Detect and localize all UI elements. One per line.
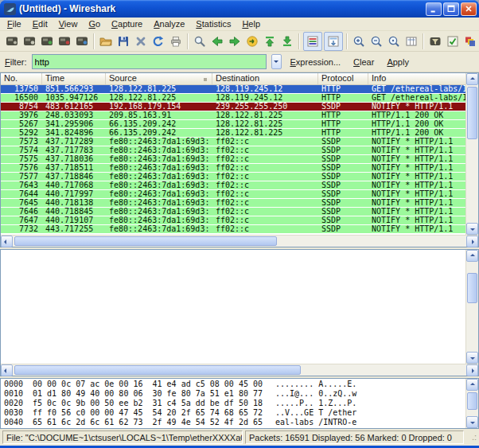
capture-restart-button[interactable] — [73, 33, 91, 50]
find-button[interactable] — [191, 33, 208, 50]
packet-row[interactable]: 8754 483.612165 192.168.179.154 239.255.… — [1, 103, 465, 111]
clear-button[interactable]: Clear — [349, 56, 378, 68]
filter-input[interactable] — [32, 54, 267, 69]
scroll-down-arrow-icon[interactable] — [466, 223, 478, 235]
packet-row[interactable]: 7577 437.718846 fe80::2463:7da1:69d3: ff… — [1, 173, 465, 181]
detail-row[interactable]: +Internet Protocol, Src: 128.122.81.225 … — [1, 271, 465, 282]
packet-row[interactable]: 7645 440.718138 fe80::2463:7da1:69d3: ff… — [1, 199, 465, 208]
column-header[interactable]: Destination — [212, 73, 318, 84]
column-header[interactable]: No. — [1, 73, 42, 84]
detail-row[interactable]: +GET /ethereal-labs/INTRO-ethereal-file1… — [1, 302, 465, 313]
zoom-out-button[interactable] — [368, 33, 385, 50]
detail-row[interactable]: +Frame 13750 (479 bytes on wire, 479 byt… — [1, 251, 465, 261]
detail-row[interactable]: Host: gaia.cs.umass.edu\r\n — [1, 354, 465, 364]
column-header[interactable]: Source — [106, 73, 212, 84]
scroll-down-arrow-icon[interactable] — [466, 352, 478, 364]
detail-row[interactable]: Accept-Language: en-us\r\n — [1, 323, 465, 333]
column-header[interactable]: Time — [42, 73, 106, 84]
scroll-left-arrow-icon[interactable] — [1, 236, 13, 247]
column-header[interactable]: Info — [368, 73, 465, 84]
close-file-button[interactable] — [132, 33, 150, 50]
packet-row[interactable]: 7732 443.717255 fe80::2463:7da1:69d3: ff… — [1, 225, 465, 234]
detail-row[interactable]: -Hypertext Transfer Protocol — [1, 292, 465, 302]
menu-item[interactable]: Analyze — [148, 18, 190, 30]
scroll-left-arrow-icon[interactable] — [1, 364, 13, 376]
reload-button[interactable] — [150, 33, 167, 50]
packet-row[interactable]: 7643 440.717068 fe80::2463:7da1:69d3: ff… — [1, 181, 465, 190]
menu-item[interactable]: Capture — [106, 18, 148, 30]
save-button[interactable] — [115, 33, 132, 50]
hex-row[interactable]: 0030 ff f0 56 c0 00 00 47 45 54 20 2f 65… — [4, 408, 465, 418]
packet-row[interactable]: 7573 437.717289 fe80::2463:7da1:69d3: ff… — [1, 138, 465, 146]
hex-vscrollbar[interactable] — [465, 379, 478, 428]
go-back-button[interactable] — [208, 33, 226, 50]
scroll-right-arrow-icon[interactable] — [466, 236, 478, 247]
packet-row[interactable]: 16500 1035.947126 128.122.81.225 128.119… — [1, 94, 465, 103]
capture-stop-button[interactable] — [56, 33, 73, 50]
filter-dropdown-button[interactable] — [271, 54, 282, 69]
open-button[interactable] — [97, 33, 115, 50]
scroll-thumb[interactable] — [467, 273, 477, 303]
menu-item[interactable]: Statistics — [190, 18, 236, 30]
detail-row[interactable]: Accept-Encoding: gzip, deflate\r\n — [1, 333, 465, 344]
interfaces-button[interactable] — [3, 33, 21, 50]
menu-item[interactable]: File — [2, 18, 27, 30]
go-forward-button[interactable] — [226, 33, 243, 50]
packet-row[interactable]: 13750 851.566293 128.122.81.225 128.119.… — [1, 85, 465, 94]
scroll-thumb[interactable] — [14, 365, 301, 375]
packet-list-vscrollbar[interactable] — [465, 73, 478, 235]
hex-row[interactable]: 0010 01 d1 80 49 40 00 80 06 30 fe 80 7a… — [4, 389, 465, 399]
minimize-button[interactable] — [426, 2, 442, 16]
scroll-track[interactable] — [466, 85, 478, 223]
scroll-thumb[interactable] — [467, 392, 477, 410]
details-vscrollbar[interactable] — [465, 250, 478, 364]
scroll-up-arrow-icon[interactable] — [466, 250, 478, 262]
go-to-bottom-button[interactable] — [278, 33, 296, 50]
packet-row[interactable]: 7575 437.718036 fe80::2463:7da1:69d3: ff… — [1, 155, 465, 164]
go-to-top-button[interactable] — [261, 33, 278, 50]
scroll-track[interactable] — [13, 364, 466, 376]
hex-row[interactable]: 0040 65 61 6c 2d 6c 61 62 73 2f 49 4e 54… — [4, 418, 465, 427]
scroll-up-arrow-icon[interactable] — [466, 73, 478, 85]
detail-row[interactable]: Accept: image/gif, image/x-xbitmap, imag… — [1, 313, 465, 323]
go-to-packet-button[interactable] — [243, 33, 261, 50]
capture-start-button[interactable] — [38, 33, 56, 50]
detail-row[interactable]: User-Agent: Mozilla/4.0 (compatible; MSI… — [1, 344, 465, 354]
scroll-thumb[interactable] — [467, 87, 477, 139]
resize-grip-icon[interactable]: .: — [466, 431, 477, 443]
expression-button[interactable]: Expression... — [286, 56, 345, 68]
capture-options-button[interactable] — [21, 33, 38, 50]
resize-columns-button[interactable] — [403, 33, 420, 50]
filter-label-button[interactable]: Filter: — [5, 57, 27, 67]
packet-row[interactable]: 7574 437.717783 fe80::2463:7da1:69d3: ff… — [1, 146, 465, 155]
menu-item[interactable]: Edit — [27, 18, 53, 30]
display-filter-button[interactable] — [444, 33, 461, 50]
detail-row[interactable]: +Ethernet II, Src: Usi_e4:ad:c5 (00:16:4… — [1, 261, 465, 271]
scroll-track[interactable] — [13, 236, 466, 247]
zoom-in-button[interactable] — [350, 33, 368, 50]
apply-button[interactable]: Apply — [383, 56, 413, 68]
capture-filter-button[interactable] — [426, 33, 444, 50]
menu-item[interactable]: View — [53, 18, 84, 30]
packet-row[interactable]: 7646 440.718845 fe80::2463:7da1:69d3: ff… — [1, 208, 465, 216]
coloring-rules-button[interactable] — [461, 33, 479, 50]
scroll-thumb[interactable] — [14, 236, 277, 246]
packet-row[interactable]: 5292 341.824896 66.135.209.242 128.122.8… — [1, 129, 465, 138]
packet-row[interactable]: 7647 440.719107 fe80::2463:7da1:69d3: ff… — [1, 216, 465, 225]
scroll-right-arrow-icon[interactable] — [466, 364, 478, 376]
packet-row[interactable]: 7644 440.717997 fe80::2463:7da1:69d3: ff… — [1, 190, 465, 199]
packet-list-hscrollbar[interactable] — [1, 235, 478, 247]
maximize-button[interactable] — [443, 2, 459, 16]
column-header[interactable]: Protocol — [318, 73, 368, 84]
details-hscrollbar[interactable] — [1, 364, 478, 376]
titlebar[interactable]: (Untitled) - Wireshark — [0, 0, 479, 18]
scroll-down-arrow-icon[interactable] — [466, 416, 478, 428]
zoom-actual-button[interactable] — [385, 33, 403, 50]
packet-row[interactable]: 3976 248.033093 209.85.163.91 128.122.81… — [1, 111, 465, 120]
print-button[interactable] — [167, 33, 185, 50]
menu-item[interactable]: Go — [83, 18, 106, 30]
scroll-track[interactable] — [466, 262, 478, 352]
scroll-up-arrow-icon[interactable] — [466, 379, 478, 391]
detail-row[interactable]: +Transmission Control Protocol, Src Port… — [1, 282, 465, 292]
hex-row[interactable]: 0000 00 00 0c 07 ac 0e 00 16 41 e4 ad c5… — [4, 380, 465, 389]
